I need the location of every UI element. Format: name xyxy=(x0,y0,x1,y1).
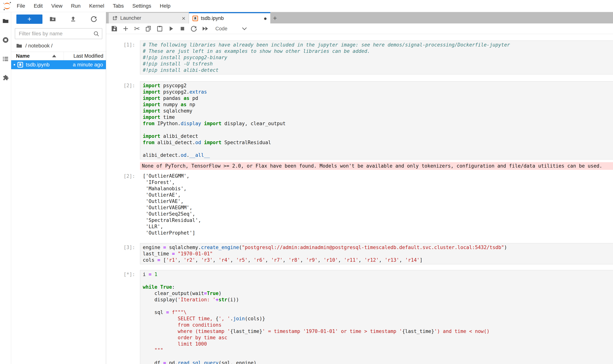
code-line: SELECT time, {', '.join(cols)} xyxy=(143,315,611,322)
file-row-tsdb[interactable]: • tsdb.ipynb a minute ago xyxy=(11,60,106,69)
sort-ascending-icon[interactable] xyxy=(52,55,56,57)
stop-icon xyxy=(179,26,185,32)
code-line: engine = sqlalchemy.create_engine("postg… xyxy=(143,244,611,250)
refresh-icon xyxy=(91,16,97,22)
code-line: import psycopg2 xyxy=(143,82,611,89)
cell-prompt: [3]: xyxy=(106,243,140,264)
menu-item-settings[interactable]: Settings xyxy=(132,3,151,9)
code-line: # The following libraries have already b… xyxy=(143,42,611,48)
extensions-icon[interactable] xyxy=(2,75,9,81)
code-line: 'IForest', xyxy=(143,179,610,185)
new-tab-button[interactable]: + xyxy=(270,13,280,24)
code-line: 'OutlierProphet'] xyxy=(143,230,610,236)
menu-item-edit[interactable]: Edit xyxy=(34,3,43,9)
code-line: #!pip install -U tsfresh xyxy=(143,61,611,67)
upload-button[interactable] xyxy=(69,15,77,23)
new-folder-button[interactable] xyxy=(48,15,57,23)
file-browser-icon[interactable] xyxy=(2,18,9,24)
code-line: display('Iteration: '+str(i)) xyxy=(143,297,611,303)
cell-editor[interactable]: # The following libraries have already b… xyxy=(140,40,613,74)
code-line: last_time = "1970-01-01" xyxy=(143,250,611,257)
code-line: from alibi_detect.od import SpectralResi… xyxy=(143,139,611,146)
code-line: while True: xyxy=(143,284,611,290)
code-line: clear_output(wait=True) xyxy=(143,290,611,297)
dock-tab-bar: Launcher × tsdb.ipynb ● + xyxy=(106,12,613,24)
menu-item-file[interactable]: File xyxy=(17,3,25,9)
code-line: alibi_detect.od.__all__ xyxy=(143,152,611,158)
cell-prompt: [*]: xyxy=(106,270,140,364)
unsaved-changes-icon[interactable]: ● xyxy=(264,15,267,22)
cut-icon: ✂ xyxy=(134,25,140,33)
launcher-icon xyxy=(112,15,118,21)
chevron-down-icon xyxy=(242,27,247,30)
code-cell: [3]:engine = sqlalchemy.create_engine("p… xyxy=(106,243,613,264)
restart-kernel-button[interactable] xyxy=(190,25,198,33)
code-line: import numpy as np xyxy=(143,101,611,108)
copy-cells-button[interactable] xyxy=(144,25,152,33)
menu-item-view[interactable]: View xyxy=(51,3,62,9)
upload-icon xyxy=(70,16,77,22)
new-launcher-button[interactable]: + xyxy=(16,14,42,24)
refresh-button[interactable] xyxy=(90,15,98,23)
cell-type-value: Code xyxy=(215,26,228,32)
restart-run-all-button[interactable] xyxy=(201,25,209,33)
code-line: #!pip install psycopg2-binary xyxy=(143,54,611,61)
code-cell: [*]:i = 1 while True: clear_output(wait=… xyxy=(106,270,613,364)
activity-bar xyxy=(0,12,11,364)
jupyter-logo xyxy=(2,1,12,11)
tab-tsdb-ipynb[interactable]: tsdb.ipynb ● xyxy=(189,12,270,24)
code-line: where (timestamp '{last_time}' = timesta… xyxy=(143,328,611,334)
run-button[interactable] xyxy=(167,25,175,33)
add-icon xyxy=(122,25,129,32)
breadcrumb-path: / notebook / xyxy=(25,43,53,49)
code-line: 'OutlierSeq2Seq', xyxy=(143,211,610,217)
code-line: i = 1 xyxy=(143,271,611,277)
code-line: df = pd.read_sql_query(sql, engine) xyxy=(143,360,611,364)
cell-editor[interactable]: i = 1 while True: clear_output(wait=True… xyxy=(140,270,613,364)
code-line xyxy=(143,303,611,309)
tab-launcher[interactable]: Launcher × xyxy=(109,13,189,24)
run-icon xyxy=(168,25,175,32)
cell-type-dropdown[interactable]: Code xyxy=(215,26,247,32)
close-tab-icon[interactable]: × xyxy=(182,15,185,21)
cell-output-text: ['OutlierAEGMM', 'IForest', 'Mahalanobis… xyxy=(140,172,613,237)
unsaved-bullet: • xyxy=(14,62,15,68)
code-line: cols = ['r1', 'r2', 'r3', 'r4', 'r5', 'r… xyxy=(143,257,611,263)
code-line: from IPython.display import display, cle… xyxy=(143,120,611,127)
file-list-header: Name Last Modified xyxy=(11,52,106,60)
column-name[interactable]: Name xyxy=(16,53,30,59)
breadcrumb[interactable]: / notebook / xyxy=(16,42,106,50)
filter-files-input[interactable] xyxy=(15,28,102,39)
interrupt-kernel-button[interactable] xyxy=(178,25,187,33)
cut-cells-button[interactable]: ✂ xyxy=(133,25,141,33)
code-line xyxy=(143,127,611,133)
menu-item-help[interactable]: Help xyxy=(160,3,171,9)
code-line: import pandas as pd xyxy=(143,95,611,101)
code-line xyxy=(143,146,611,152)
menu-item-kernel[interactable]: Kernel xyxy=(89,3,104,9)
code-line: from conditions xyxy=(143,322,611,328)
cell-prompt: [1]: xyxy=(106,40,140,74)
cell-editor[interactable]: import psycopg2import psycopg2.extrasimp… xyxy=(140,81,613,159)
code-line: #!pip install alibi-detect xyxy=(143,67,611,73)
code-line: limit 1000 xyxy=(143,341,611,347)
running-kernels-icon[interactable] xyxy=(2,37,9,43)
notebook-cells: [1]:# The following libraries have alrea… xyxy=(106,40,613,364)
column-last-modified[interactable]: Last Modified xyxy=(64,53,103,59)
code-line: 'OutlierVAEGMM', xyxy=(143,204,610,211)
new-folder-icon xyxy=(49,16,56,22)
home-folder-icon[interactable] xyxy=(16,43,23,49)
add-cell-button[interactable] xyxy=(122,25,130,33)
open-tabs-icon[interactable] xyxy=(2,56,9,62)
paste-cells-button[interactable] xyxy=(156,25,164,33)
code-line: 'SpectralResidual', xyxy=(143,217,610,223)
code-line xyxy=(143,353,611,360)
menu-item-tabs[interactable]: Tabs xyxy=(113,3,124,9)
save-button[interactable] xyxy=(110,25,118,33)
menu-item-run[interactable]: Run xyxy=(71,3,81,9)
file-modified: a minute ago xyxy=(50,62,103,68)
code-line: import time xyxy=(143,114,611,120)
cell-editor[interactable]: engine = sqlalchemy.create_engine("postg… xyxy=(140,243,613,264)
notebook-scroll-area[interactable]: [1]:# The following libraries have alrea… xyxy=(106,34,613,364)
code-line: 'LLR', xyxy=(143,223,610,230)
